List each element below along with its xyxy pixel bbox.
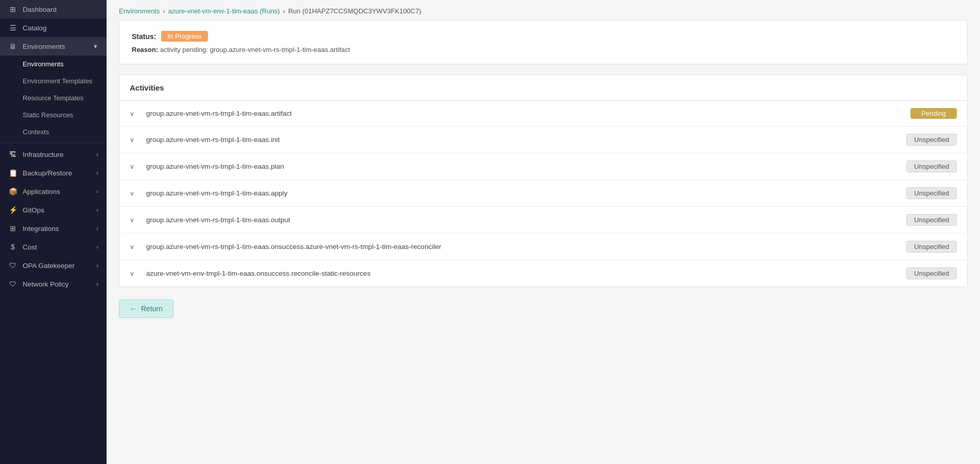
sidebar-item-opa-gatekeeper[interactable]: 🛡 OPA Gatekeeper ›	[0, 256, 107, 275]
activities-list: ∨group.azure-vnet-vm-rs-tmpl-1-tim-eaas.…	[119, 101, 967, 287]
activity-chevron-icon[interactable]: ∨	[130, 136, 138, 144]
activity-row: ∨azure-vnet-vm-env-tmpl-1-tim-eaas.onsuc…	[119, 260, 967, 287]
catalog-icon: ☰	[8, 24, 18, 32]
breadcrumb-environments[interactable]: Environments	[119, 7, 160, 15]
sidebar: ⊞ Dashboard ☰ Catalog 🖥 Environments ▼ E…	[0, 0, 107, 464]
page-content: Status: In Progress Reason: activity pen…	[107, 20, 980, 464]
activity-name: group.azure-vnet-vm-rs-tmpl-1-tim-eaas.p…	[146, 163, 898, 170]
status-card: Status: In Progress Reason: activity pen…	[119, 20, 968, 64]
sidebar-item-infrastructure[interactable]: 🏗 Infrastructure ›	[0, 145, 107, 164]
backup-icon: 📋	[8, 169, 18, 177]
chevron-right-icon: ›	[96, 170, 98, 176]
chevron-right-icon: ›	[96, 262, 98, 269]
activity-row: ∨group.azure-vnet-vm-rs-tmpl-1-tim-eaas.…	[119, 207, 967, 234]
cost-icon: $	[8, 243, 18, 251]
activity-status-badge: Unspecified	[906, 241, 957, 253]
sidebar-item-label: Network Policy	[23, 280, 68, 288]
applications-icon: 📦	[8, 187, 18, 195]
sidebar-divider	[0, 142, 107, 143]
sidebar-sub-label: Static Resources	[23, 111, 73, 119]
main-content: Environments › azure-vnet-vm-env-1-tim-e…	[107, 0, 980, 464]
sidebar-item-label: Infrastructure	[23, 151, 64, 158]
sidebar-item-label: Backup/Restore	[23, 169, 72, 177]
sidebar-sub-label: Resource Templates	[23, 94, 83, 102]
activity-status-badge: Pending	[911, 108, 957, 119]
status-row: Status: In Progress	[132, 31, 955, 42]
activity-chevron-icon[interactable]: ∨	[130, 163, 138, 170]
sidebar-item-label: Environments	[23, 43, 65, 50]
sidebar-item-label: Integrations	[23, 225, 59, 233]
sidebar-item-label: Catalog	[23, 24, 47, 32]
activity-status-badge: Unspecified	[906, 187, 957, 199]
integrations-icon: ⊞	[8, 224, 18, 233]
activity-name: group.azure-vnet-vm-rs-tmpl-1-tim-eaas.a…	[146, 110, 902, 117]
activity-status-badge: Unspecified	[906, 267, 957, 279]
activities-card: Activities ∨group.azure-vnet-vm-rs-tmpl-…	[119, 75, 968, 287]
sidebar-item-label: Dashboard	[23, 6, 57, 13]
sidebar-item-integrations[interactable]: ⊞ Integrations ›	[0, 219, 107, 238]
environments-icon: 🖥	[8, 42, 18, 50]
opa-icon: 🛡	[8, 261, 18, 270]
activity-status-badge: Unspecified	[906, 160, 957, 172]
return-arrow-icon: ←	[130, 305, 137, 313]
activity-status-badge: Unspecified	[906, 134, 957, 146]
activity-name: azure-vnet-vm-env-tmpl-1-tim-eaas.onsucc…	[146, 270, 898, 277]
return-button[interactable]: ← Return	[119, 299, 173, 318]
chevron-right-icon: ›	[96, 244, 98, 250]
activity-chevron-icon[interactable]: ∨	[130, 110, 138, 117]
chevron-down-icon: ▼	[93, 43, 98, 49]
breadcrumb-run: Run (01HAPZ7CCSMQDC3YWV3FK100C7)	[288, 7, 422, 15]
sidebar-sub-label: Environments	[23, 60, 63, 68]
sidebar-sub-item-resource-templates[interactable]: Resource Templates	[0, 90, 107, 106]
activities-header: Activities	[119, 75, 967, 101]
chevron-right-icon: ›	[96, 188, 98, 194]
sidebar-item-applications[interactable]: 📦 Applications ›	[0, 182, 107, 201]
sidebar-item-network-policy[interactable]: 🛡 Network Policy ›	[0, 275, 107, 293]
sidebar-item-label: Applications	[23, 188, 60, 195]
sidebar-item-label: OPA Gatekeeper	[23, 262, 75, 270]
reason-label: Reason:	[132, 46, 158, 53]
activity-chevron-icon[interactable]: ∨	[130, 217, 138, 224]
activity-status-badge: Unspecified	[906, 214, 957, 226]
activity-row: ∨group.azure-vnet-vm-rs-tmpl-1-tim-eaas.…	[119, 153, 967, 180]
activity-chevron-icon[interactable]: ∨	[130, 243, 138, 251]
sidebar-sub-label: Environment Templates	[23, 77, 93, 85]
activity-name: group.azure-vnet-vm-rs-tmpl-1-tim-eaas.o…	[146, 243, 898, 251]
activity-name: group.azure-vnet-vm-rs-tmpl-1-tim-eaas.i…	[146, 136, 898, 144]
status-label: Status:	[132, 32, 156, 41]
activity-row: ∨group.azure-vnet-vm-rs-tmpl-1-tim-eaas.…	[119, 101, 967, 127]
chevron-right-icon: ›	[96, 207, 98, 213]
sidebar-item-dashboard[interactable]: ⊞ Dashboard	[0, 0, 107, 19]
sidebar-sub-label: Contexts	[23, 128, 49, 136]
breadcrumb: Environments › azure-vnet-vm-env-1-tim-e…	[107, 0, 980, 20]
activity-row: ∨group.azure-vnet-vm-rs-tmpl-1-tim-eaas.…	[119, 234, 967, 260]
reason-text: activity pending: group.azure-vnet-vm-rs…	[160, 46, 350, 53]
dashboard-icon: ⊞	[8, 5, 18, 13]
chevron-right-icon: ›	[96, 225, 98, 231]
sidebar-item-backup-restore[interactable]: 📋 Backup/Restore ›	[0, 164, 107, 182]
sidebar-item-cost[interactable]: $ Cost ›	[0, 238, 107, 256]
sidebar-sub-item-environments[interactable]: Environments	[0, 56, 107, 73]
breadcrumb-sep-2: ›	[283, 7, 285, 15]
activity-row: ∨group.azure-vnet-vm-rs-tmpl-1-tim-eaas.…	[119, 127, 967, 153]
chevron-right-icon: ›	[96, 281, 98, 287]
return-label: Return	[141, 305, 163, 313]
activity-chevron-icon[interactable]: ∨	[130, 270, 138, 277]
sidebar-sub-item-static-resources[interactable]: Static Resources	[0, 106, 107, 123]
sidebar-sub-item-contexts[interactable]: Contexts	[0, 123, 107, 140]
gitops-icon: ⚡	[8, 206, 18, 214]
network-icon: 🛡	[8, 280, 18, 288]
sidebar-item-gitops[interactable]: ⚡ GitOps ›	[0, 201, 107, 219]
reason-row: Reason: activity pending: group.azure-vn…	[132, 46, 955, 53]
chevron-right-icon: ›	[96, 151, 98, 157]
sidebar-item-catalog[interactable]: ☰ Catalog	[0, 19, 107, 37]
infrastructure-icon: 🏗	[8, 150, 18, 158]
status-badge: In Progress	[161, 31, 207, 42]
sidebar-item-environments-parent[interactable]: 🖥 Environments ▼	[0, 37, 107, 56]
activity-name: group.azure-vnet-vm-rs-tmpl-1-tim-eaas.a…	[146, 189, 898, 197]
activity-chevron-icon[interactable]: ∨	[130, 190, 138, 197]
sidebar-item-label: GitOps	[23, 206, 44, 214]
sidebar-sub-item-environment-templates[interactable]: Environment Templates	[0, 73, 107, 90]
activity-row: ∨group.azure-vnet-vm-rs-tmpl-1-tim-eaas.…	[119, 180, 967, 207]
breadcrumb-run-env[interactable]: azure-vnet-vm-env-1-tim-eaas (Runs)	[168, 7, 280, 15]
